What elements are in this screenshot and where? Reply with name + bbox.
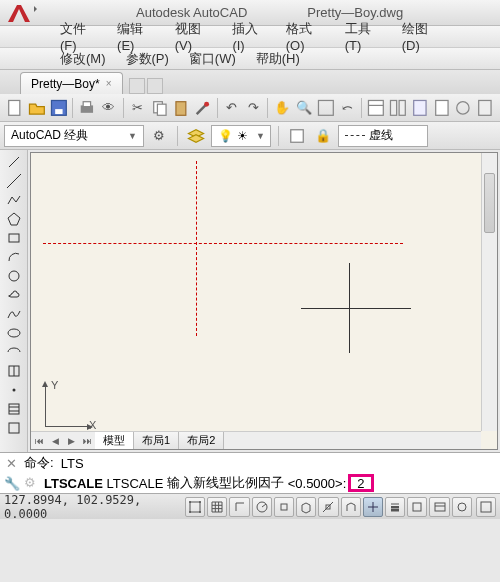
otrack-toggle[interactable] (318, 497, 338, 517)
layer-state-dropdown[interactable]: 💡 ☀ ▼ (211, 125, 271, 147)
zoom-prev-icon[interactable]: ⤺ (337, 97, 359, 119)
hatch-tool-icon[interactable] (3, 399, 25, 418)
cmd-line2-default: <0.5000>: (288, 476, 347, 491)
qp-toggle[interactable] (429, 497, 449, 517)
undo-icon[interactable]: ↶ (221, 97, 243, 119)
zoom-icon[interactable]: 🔍 (293, 97, 315, 119)
polar-toggle[interactable] (252, 497, 272, 517)
menu-view[interactable]: 视图(V) (165, 20, 223, 53)
tool-palette-icon[interactable] (409, 97, 431, 119)
paste-icon[interactable] (170, 97, 192, 119)
properties-icon[interactable] (365, 97, 387, 119)
calc-icon[interactable] (474, 97, 496, 119)
grid-toggle[interactable] (207, 497, 227, 517)
ellipse-arc-tool-icon[interactable] (3, 342, 25, 361)
open-icon[interactable] (26, 97, 48, 119)
svg-rect-22 (9, 234, 19, 242)
menu-draw[interactable]: 绘图(D) (392, 20, 450, 53)
linetype-label: 虚线 (369, 127, 393, 144)
point-tool-icon[interactable] (3, 380, 25, 399)
cmd-gear-icon[interactable]: ⚙ (24, 475, 40, 491)
menu-insert[interactable]: 插入(I) (222, 20, 275, 53)
menu-help[interactable]: 帮助(H) (246, 50, 310, 68)
menu-window[interactable]: 窗口(W) (179, 50, 246, 68)
layout2-tab[interactable]: 布局2 (179, 432, 224, 449)
cmd-wrench-icon[interactable]: 🔧 (4, 476, 18, 491)
command-window[interactable]: ✕ 命令: LTS 🔧 ⚙ LTSCALE LTSCALE 输入新线型比例因子 … (0, 452, 500, 493)
ellipse-tool-icon[interactable] (3, 323, 25, 342)
menu-modify[interactable]: 修改(M) (50, 50, 116, 68)
block-tool-icon[interactable] (3, 361, 25, 380)
copy-icon[interactable] (149, 97, 171, 119)
markup-icon[interactable] (452, 97, 474, 119)
circle-tool-icon[interactable] (3, 266, 25, 285)
menu-file[interactable]: 文件(F) (50, 20, 107, 53)
cmd-input-value[interactable]: 2 (357, 476, 364, 491)
print-icon[interactable] (76, 97, 98, 119)
tab-nav-prev-icon[interactable]: ◀ (47, 436, 63, 446)
line-tool-icon[interactable] (3, 152, 25, 171)
osnap-toggle[interactable] (274, 497, 294, 517)
cmd-close-icon[interactable]: ✕ (4, 456, 18, 471)
app-logo[interactable] (4, 2, 38, 24)
ducs-toggle[interactable] (341, 497, 361, 517)
cmd-line2-prompt: 输入新线型比例因子 (167, 474, 284, 492)
match-icon[interactable] (192, 97, 214, 119)
dyn-toggle[interactable] (363, 497, 383, 517)
workspace-gear-icon[interactable]: ⚙ (148, 125, 170, 147)
cut-icon[interactable]: ✂ (127, 97, 149, 119)
xline-tool-icon[interactable] (3, 171, 25, 190)
polyline-tool-icon[interactable] (3, 190, 25, 209)
tpy-toggle[interactable] (407, 497, 427, 517)
menu-format[interactable]: 格式(O) (276, 20, 335, 53)
doc-tab[interactable]: Pretty—Boy* × (20, 72, 123, 94)
polygon-tool-icon[interactable] (3, 209, 25, 228)
revcloud-tool-icon[interactable] (3, 285, 25, 304)
gradient-tool-icon[interactable] (3, 418, 25, 437)
tab-nav-next-icon[interactable]: ▶ (63, 436, 79, 446)
mini-icon-1[interactable] (129, 78, 145, 94)
linetype-preview (345, 135, 365, 136)
snap-toggle[interactable] (185, 497, 205, 517)
menu-edit[interactable]: 编辑(E) (107, 20, 165, 53)
lock-icon[interactable]: 🔒 (312, 125, 334, 147)
model-button[interactable] (476, 497, 496, 517)
menu-param[interactable]: 参数(P) (116, 50, 179, 68)
lwt-toggle[interactable] (385, 497, 405, 517)
cursor-crosshair-v (349, 263, 350, 353)
sheet-icon[interactable] (431, 97, 453, 119)
mini-icon-2[interactable] (147, 78, 163, 94)
scrollbar-vertical[interactable] (481, 153, 497, 431)
tab-nav-first-icon[interactable]: ⏮ (31, 436, 47, 446)
svg-point-8 (204, 101, 209, 106)
color-icon[interactable] (286, 125, 308, 147)
save-icon[interactable] (48, 97, 70, 119)
scrollbar-thumb[interactable] (484, 173, 495, 233)
osnap3d-toggle[interactable] (296, 497, 316, 517)
preview-icon[interactable]: 👁 (98, 97, 120, 119)
workspace-dropdown[interactable]: AutoCAD 经典 ▼ (4, 125, 144, 147)
layer-props-icon[interactable] (185, 125, 207, 147)
arc-tool-icon[interactable] (3, 247, 25, 266)
design-center-icon[interactable] (387, 97, 409, 119)
new-icon[interactable] (4, 97, 26, 119)
app-title: Autodesk AutoCAD (136, 5, 247, 20)
linetype-dropdown[interactable]: 虚线 (338, 125, 428, 147)
doc-tab-close-icon[interactable]: × (106, 78, 112, 89)
drawing-canvas[interactable]: Y X ⏮ ◀ ▶ ⏭ 模型 布局1 布局2 (30, 152, 498, 450)
sc-toggle[interactable] (452, 497, 472, 517)
coordinates: 127.8994, 102.9529, 0.0000 (4, 493, 175, 521)
svg-line-20 (7, 174, 21, 188)
spline-tool-icon[interactable] (3, 304, 25, 323)
model-tab[interactable]: 模型 (95, 432, 134, 449)
pan-icon[interactable]: ✋ (271, 97, 293, 119)
chevron-down-icon: ▼ (256, 131, 265, 141)
svg-rect-9 (318, 100, 333, 115)
zoom-window-icon[interactable] (315, 97, 337, 119)
layout1-tab[interactable]: 布局1 (134, 432, 179, 449)
menu-tools[interactable]: 工具(T) (335, 20, 392, 53)
ortho-toggle[interactable] (229, 497, 249, 517)
redo-icon[interactable]: ↷ (243, 97, 265, 119)
rectangle-tool-icon[interactable] (3, 228, 25, 247)
tab-nav-last-icon[interactable]: ⏭ (79, 436, 95, 446)
